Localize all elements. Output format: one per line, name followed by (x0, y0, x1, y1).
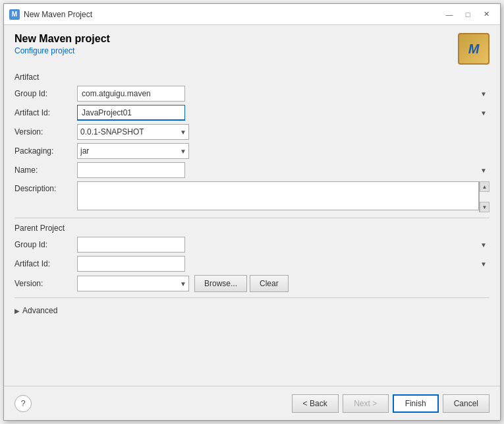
cancel-button[interactable]: Cancel (443, 394, 490, 413)
maximize-button[interactable]: □ (459, 8, 476, 21)
clear-button[interactable]: Clear (250, 275, 289, 292)
window-title: New Maven Project (24, 10, 441, 19)
name-row: Name: ▼ (14, 162, 490, 178)
window-icon: M (9, 9, 20, 20)
parent-version-label: Version: (14, 279, 77, 288)
description-input[interactable] (77, 181, 479, 210)
parent-artifact-id-input[interactable] (77, 256, 185, 272)
packaging-label: Packaging: (14, 146, 77, 156)
divider-1 (14, 218, 490, 218)
artifact-id-row: Artifact Id: ▼ (14, 105, 490, 121)
help-button[interactable]: ? (14, 395, 32, 412)
advanced-label: Advanced (22, 306, 57, 315)
finish-button[interactable]: Finish (393, 394, 439, 413)
version-select[interactable]: 0.0.1-SNAPSHOT (77, 124, 189, 140)
parent-version-row: Version: ▼ Browse... Clear (14, 275, 490, 292)
scroll-up-btn[interactable]: ▲ (480, 181, 490, 192)
artifact-id-dropdown-icon: ▼ (480, 109, 487, 117)
parent-section-label: Parent Project (14, 224, 490, 233)
version-row: Version: 0.0.1-SNAPSHOT ▼ (14, 124, 490, 140)
group-id-row: Group Id: ▼ (14, 86, 490, 102)
next-button[interactable]: Next > (343, 394, 389, 413)
parent-version-select-wrapper: ▼ (77, 276, 189, 291)
main-window: M New Maven Project — □ ✕ New Maven proj… (3, 3, 501, 421)
maven-icon: M (458, 33, 490, 65)
packaging-select[interactable]: jar war pom (77, 143, 189, 159)
group-id-wrapper: ▼ (77, 86, 490, 102)
page-subtitle: Configure project (14, 46, 110, 55)
content-area: New Maven project Configure project M Ar… (4, 25, 500, 386)
name-input[interactable] (77, 162, 185, 178)
artifact-section-label: Artifact (14, 73, 490, 82)
parent-artifact-id-row: Artifact Id: ▼ (14, 256, 490, 272)
footer: ? < Back Next > Finish Cancel (4, 386, 500, 420)
artifact-id-label: Artifact Id: (14, 108, 77, 117)
parent-group-id-row: Group Id: ▼ (14, 237, 490, 253)
parent-group-id-label: Group Id: (14, 240, 77, 249)
header-row: New Maven project Configure project M (14, 33, 490, 65)
name-label: Name: (14, 166, 77, 175)
minimize-button[interactable]: — (441, 8, 458, 21)
header-left: New Maven project Configure project (14, 33, 110, 55)
title-bar: M New Maven Project — □ ✕ (4, 4, 500, 25)
form-area: Artifact Group Id: ▼ Artifact Id: ▼ Ver (14, 67, 490, 378)
name-dropdown-icon: ▼ (480, 167, 487, 174)
parent-group-id-wrapper: ▼ (77, 237, 490, 253)
parent-artifact-id-label: Artifact Id: (14, 259, 77, 268)
advanced-arrow-icon: ▶ (14, 307, 20, 315)
packaging-row: Packaging: jar war pom ▼ (14, 143, 490, 159)
browse-button[interactable]: Browse... (194, 275, 247, 292)
artifact-id-input[interactable] (77, 105, 185, 121)
description-scrollbar: ▲ ▼ (479, 181, 490, 212)
group-id-dropdown-icon: ▼ (480, 90, 487, 98)
group-id-input[interactable] (77, 86, 185, 102)
parent-group-id-input[interactable] (77, 237, 185, 253)
advanced-row[interactable]: ▶ Advanced (14, 303, 490, 318)
parent-group-id-dropdown-icon: ▼ (480, 241, 487, 249)
packaging-select-wrapper: jar war pom ▼ (77, 143, 189, 159)
version-label: Version: (14, 127, 77, 136)
description-wrapper: ▲ ▼ (77, 181, 490, 212)
parent-artifact-id-dropdown-icon: ▼ (480, 260, 487, 268)
parent-artifact-id-wrapper: ▼ (77, 256, 490, 272)
page-title: New Maven project (14, 33, 110, 45)
close-button[interactable]: ✕ (478, 8, 495, 21)
version-select-wrapper: 0.0.1-SNAPSHOT ▼ (77, 124, 189, 140)
scroll-down-btn[interactable]: ▼ (480, 202, 490, 212)
description-label: Description: (14, 181, 77, 193)
window-controls: — □ ✕ (441, 8, 495, 21)
footer-buttons: < Back Next > Finish Cancel (292, 394, 490, 413)
divider-2 (14, 297, 490, 298)
name-wrapper: ▼ (77, 162, 490, 178)
group-id-label: Group Id: (14, 89, 77, 98)
artifact-id-wrapper: ▼ (77, 105, 490, 121)
parent-version-buttons: Browse... Clear (194, 275, 289, 292)
description-row: Description: ▲ ▼ (14, 181, 490, 212)
back-button[interactable]: < Back (292, 394, 339, 413)
parent-version-select[interactable] (77, 276, 189, 291)
